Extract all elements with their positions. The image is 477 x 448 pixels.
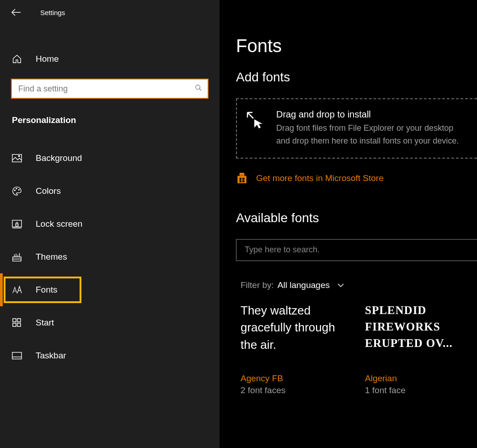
- lock-icon: [12, 219, 22, 229]
- svg-rect-13: [13, 319, 16, 322]
- back-button[interactable]: [10, 6, 22, 18]
- add-fonts-title: Add fonts: [236, 70, 477, 85]
- font-card[interactable]: Splendid fireworks erupted ov... Algeria…: [365, 302, 476, 395]
- store-icon: [236, 172, 248, 184]
- font-name: Agency FB: [241, 373, 351, 384]
- font-preview: Splendid fireworks erupted ov...: [365, 302, 476, 366]
- font-name: Algerian: [365, 373, 476, 384]
- section-header: Personalization: [0, 99, 220, 125]
- home-icon: [12, 54, 22, 64]
- main-content: Fonts Add fonts Drag and drop to install…: [220, 0, 477, 448]
- start-icon: [12, 318, 21, 327]
- nav-list: Background Colors: [0, 142, 220, 372]
- sidebar-header: Settings: [0, 0, 220, 25]
- svg-point-6: [16, 188, 17, 189]
- nav-label: Colors: [36, 186, 61, 196]
- filter-row[interactable]: Filter by: All languages: [236, 280, 477, 290]
- svg-rect-9: [16, 224, 18, 226]
- nav-label: Background: [36, 153, 82, 163]
- search-icon: [195, 84, 202, 91]
- svg-rect-20: [242, 178, 244, 180]
- arrow-left-icon: [11, 7, 21, 18]
- search-input[interactable]: [11, 79, 209, 99]
- svg-rect-15: [13, 323, 16, 326]
- svg-point-4: [18, 155, 20, 157]
- svg-rect-21: [240, 180, 241, 182]
- svg-point-5: [15, 190, 16, 191]
- nav-label: Fonts: [36, 285, 58, 295]
- nav-label: Start: [36, 318, 54, 328]
- drop-desc: Drag font files from File Explorer or yo…: [276, 122, 468, 148]
- font-card[interactable]: They waltzed gracefully through the air.…: [241, 302, 351, 395]
- svg-point-1: [196, 85, 200, 89]
- drop-title: Drag and drop to install: [276, 109, 468, 120]
- sidebar-item-lockscreen[interactable]: Lock screen: [0, 208, 220, 240]
- taskbar-icon: [12, 352, 22, 360]
- sidebar-item-start[interactable]: Start: [0, 306, 220, 339]
- svg-rect-16: [17, 323, 21, 326]
- image-icon: [12, 154, 22, 163]
- drop-zone[interactable]: Drag and drop to install Drag font files…: [236, 98, 477, 159]
- palette-icon: [12, 186, 22, 196]
- available-fonts-title: Available fonts: [236, 211, 477, 225]
- svg-rect-19: [240, 178, 241, 180]
- font-faces: 2 font faces: [241, 385, 351, 395]
- app-title: Settings: [40, 9, 65, 16]
- sidebar-item-colors[interactable]: Colors: [0, 175, 220, 208]
- svg-rect-14: [17, 319, 21, 322]
- font-search-input[interactable]: [236, 239, 477, 261]
- font-faces: 1 font face: [365, 385, 476, 395]
- svg-rect-3: [12, 155, 21, 162]
- nav-label: Themes: [36, 252, 67, 262]
- brush-icon: [12, 252, 22, 262]
- svg-rect-17: [12, 352, 21, 359]
- svg-point-7: [19, 189, 20, 190]
- store-link-text: Get more fonts in Microsoft Store: [256, 173, 384, 183]
- search-container: [11, 79, 209, 99]
- sidebar-item-taskbar[interactable]: Taskbar: [0, 339, 220, 372]
- svg-line-2: [199, 89, 201, 91]
- svg-rect-22: [242, 180, 244, 182]
- sidebar: Settings Home Personalization: [0, 0, 220, 448]
- nav-label: Taskbar: [36, 351, 66, 361]
- drag-drop-icon: [246, 111, 266, 129]
- sidebar-item-background[interactable]: Background: [0, 142, 220, 175]
- page-title: Fonts: [236, 36, 477, 56]
- sidebar-item-fonts[interactable]: Fonts: [0, 273, 220, 306]
- font-icon: [12, 285, 22, 294]
- font-grid: They waltzed gracefully through the air.…: [236, 302, 477, 395]
- nav-label: Lock screen: [36, 219, 82, 229]
- store-link[interactable]: Get more fonts in Microsoft Store: [236, 172, 477, 184]
- home-label: Home: [36, 54, 59, 64]
- filter-value: All languages: [278, 280, 330, 290]
- font-preview: They waltzed gracefully through the air.: [241, 302, 351, 366]
- sidebar-item-home[interactable]: Home: [0, 48, 220, 70]
- sidebar-item-themes[interactable]: Themes: [0, 240, 220, 273]
- filter-label: Filter by:: [241, 280, 274, 290]
- chevron-down-icon: [337, 283, 344, 288]
